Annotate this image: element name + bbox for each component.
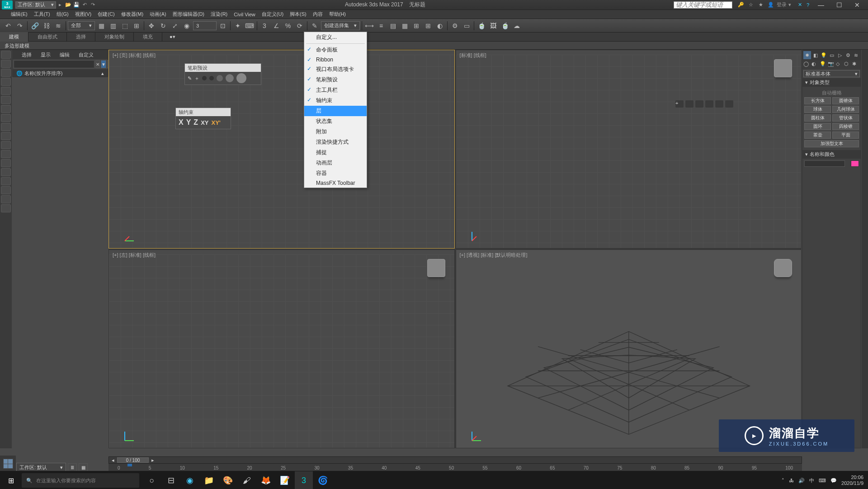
curve-editor-button[interactable]: ⊞ <box>411 20 422 31</box>
primitive-button[interactable]: 圆锥体 <box>832 97 859 104</box>
user-icon[interactable]: 👤 <box>767 1 774 9</box>
primitive-button[interactable]: 长方体 <box>804 97 831 104</box>
brush-presets-panel[interactable]: 笔刷预设 ✎ ＋ <box>184 63 261 85</box>
viewcube-icon[interactable] <box>427 259 445 277</box>
menu-item[interactable]: 捕捉 <box>304 147 367 158</box>
brush-size-4[interactable] <box>226 74 234 82</box>
menu-item[interactable]: 附加 <box>304 127 367 137</box>
left-tool-13[interactable] <box>1 159 11 167</box>
viewport-layout-button[interactable] <box>3 459 13 469</box>
systems-subtab[interactable]: ✱ <box>852 61 860 68</box>
lights-subtab[interactable]: 💡 <box>820 61 827 68</box>
exchange-icon[interactable]: ✕ <box>796 1 803 9</box>
left-tool-8[interactable] <box>1 114 11 122</box>
brush-add-icon[interactable]: ＋ <box>194 75 199 82</box>
vp-tool-2[interactable] <box>695 100 703 108</box>
layers-button[interactable]: ≣ <box>68 463 77 471</box>
left-tool-11[interactable] <box>1 141 11 149</box>
select-name-button[interactable]: ▥ <box>108 20 118 31</box>
menu-rendering[interactable]: 渲染(R) <box>211 11 227 18</box>
left-tool-4[interactable] <box>1 78 11 86</box>
ribbon-toggle-button[interactable]: ▦ <box>399 20 410 31</box>
more-tab[interactable]: ≋ <box>852 51 860 59</box>
scene-tab-custom[interactable]: 自定义 <box>79 52 94 58</box>
bind-button[interactable]: ≋ <box>53 20 64 31</box>
scale-button[interactable]: ⤢ <box>170 20 180 31</box>
menu-grapheditors[interactable]: 图形编辑器(D) <box>173 11 204 18</box>
primitive-button[interactable]: 茶壶 <box>804 132 831 139</box>
key-icon[interactable]: 🔑 <box>737 1 745 9</box>
app-1-icon[interactable]: 🎨 <box>219 471 237 489</box>
rendered-frame-button[interactable]: ▭ <box>461 20 472 31</box>
manipulate-button[interactable]: ✦ <box>232 20 243 31</box>
network-icon[interactable]: 🖧 <box>789 478 794 483</box>
menu-item[interactable]: 动画层 <box>304 158 367 168</box>
open-icon[interactable]: 📂 <box>65 1 72 9</box>
help-search-input[interactable] <box>674 1 732 9</box>
menu-customize[interactable]: 自定义(U) <box>262 11 283 18</box>
brush-tool-icon[interactable]: ✎ <box>188 75 192 81</box>
tab-freeform[interactable]: 自由形式 <box>28 32 67 42</box>
menu-item[interactable]: ✓主工具栏 <box>304 85 367 95</box>
tray-up-icon[interactable]: ˄ <box>782 478 784 484</box>
menu-scripting[interactable]: 脚本(S) <box>290 11 307 18</box>
mirror-button[interactable]: ⟷ <box>364 20 375 31</box>
primitive-button[interactable]: 球体 <box>804 106 831 113</box>
menu-group[interactable]: 组(G) <box>57 11 69 18</box>
workspace-selector-bottom[interactable]: 工作区: 默认▾ <box>16 463 66 472</box>
brush-presets-title[interactable]: 笔刷预设 <box>185 64 261 72</box>
menu-item[interactable]: ✓轴约束 <box>304 95 367 106</box>
menu-modifiers[interactable]: 修改器(M) <box>121 11 144 18</box>
right-scroll[interactable] <box>862 50 868 448</box>
primitive-button[interactable]: 圆柱体 <box>804 114 831 122</box>
brush-size-5[interactable] <box>236 73 246 83</box>
select-region-button[interactable]: ⬚ <box>119 20 130 31</box>
scene-tab-display[interactable]: 显示 <box>41 52 51 58</box>
vp-tool-1[interactable] <box>685 100 693 108</box>
taskbar-clock[interactable]: 20:062020/11/9 <box>841 475 863 486</box>
rotate-button[interactable]: ↻ <box>158 20 169 31</box>
tab-modeling[interactable]: 建模 <box>0 32 28 42</box>
tab-selection[interactable]: 选择 <box>67 32 95 42</box>
align-button[interactable]: ≡ <box>376 20 387 31</box>
menu-content[interactable]: 内容 <box>313 11 323 18</box>
menu-item[interactable]: ✓笔刷预设 <box>304 75 367 85</box>
time-slider[interactable]: ◂ 0 / 100 ▸ <box>108 456 802 464</box>
left-tool-7[interactable] <box>1 105 11 113</box>
window-crossing-button[interactable]: ⊞ <box>131 20 142 31</box>
axis-constraints-panel[interactable]: 轴约束 X Y Z XY XY' <box>175 108 231 129</box>
object-color-swatch[interactable] <box>851 160 859 167</box>
menu-item[interactable]: ✓命令面板 <box>304 45 367 55</box>
render-setup-button[interactable]: ⚙ <box>449 20 460 31</box>
shapes-subtab[interactable]: ◐ <box>811 61 819 68</box>
primitive-button[interactable]: 加强型文本 <box>804 140 859 147</box>
snap-percent-button[interactable]: % <box>283 20 293 31</box>
scene-tab-select[interactable]: 选择 <box>22 52 32 58</box>
menu-item[interactable]: 状态集 <box>304 116 367 127</box>
undo-icon[interactable]: ↶ <box>81 1 88 9</box>
primitive-button[interactable]: 圆环 <box>804 123 831 130</box>
viewport-top[interactable]: [+] [页] [标准] [线框] <box>108 50 455 249</box>
viewport-left[interactable]: [+] [左] [标准] [线框] <box>108 249 455 448</box>
taskview-icon[interactable]: ⊟ <box>162 471 180 489</box>
vp-tool-3[interactable] <box>705 100 713 108</box>
axis-y-button[interactable]: Y <box>186 118 191 127</box>
spacewarps-subtab[interactable]: ⬡ <box>844 61 852 68</box>
display-tab[interactable]: ▷ <box>836 51 844 59</box>
helpers-subtab[interactable]: ◇ <box>836 61 844 68</box>
unlink-button[interactable]: ⛓ <box>41 20 52 31</box>
menu-item[interactable]: ✓视口布局选项卡 <box>304 64 367 75</box>
viewport-label[interactable]: [+] [页] [标准] [线框] <box>113 52 156 59</box>
primitive-button[interactable]: 四棱锥 <box>832 123 859 130</box>
left-tool-10[interactable] <box>1 132 11 140</box>
category-dropdown[interactable]: 标准基本体▾ <box>803 70 860 77</box>
menu-tools[interactable]: 工具(T) <box>34 11 50 18</box>
help-icon[interactable]: ? <box>804 1 811 9</box>
move-button[interactable]: ✥ <box>146 20 157 31</box>
filter-toggle-button[interactable]: ▼ <box>101 60 106 68</box>
app-3-icon[interactable]: 🌀 <box>314 471 332 489</box>
left-tool-9[interactable] <box>1 123 11 131</box>
axis-xy2-button[interactable]: XY' <box>211 119 220 126</box>
viewport-label[interactable]: [+] [透视] [标准] [默认明暗处理] <box>460 252 528 259</box>
new-icon[interactable]: ▸ <box>57 1 64 9</box>
